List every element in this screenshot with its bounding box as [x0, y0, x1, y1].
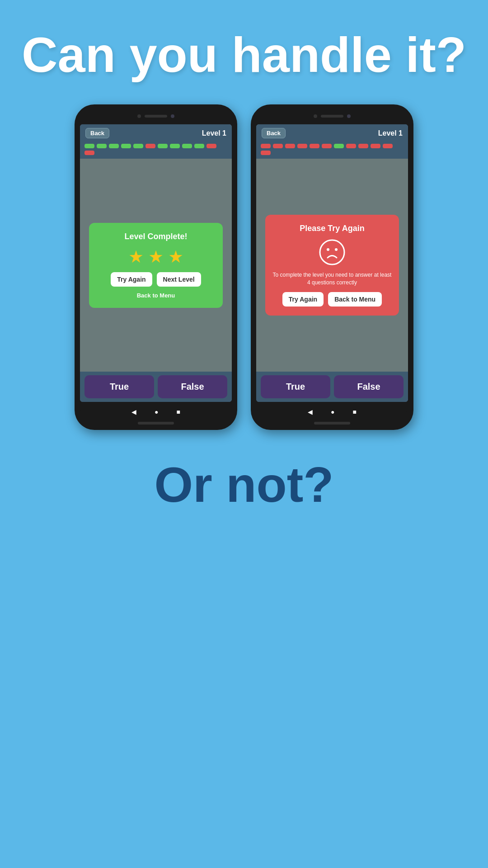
svg-point-2	[335, 248, 338, 251]
fail-buttons: Try Again Back to Menu	[282, 292, 382, 307]
dot-8	[170, 144, 180, 148]
camera-right-icon	[314, 114, 317, 118]
stars-row: ★ ★ ★	[128, 247, 183, 267]
dot-12	[84, 151, 94, 155]
success-title: Level Complete!	[124, 232, 187, 241]
speaker-right-icon	[321, 115, 343, 118]
true-button-right[interactable]: True	[261, 375, 330, 398]
rdot-8	[346, 144, 356, 148]
try-again-button-right[interactable]: Try Again	[282, 292, 324, 307]
rdot-11	[383, 144, 393, 148]
phone-left-top-bar	[80, 110, 232, 123]
fail-description: To complete the level you need to answer…	[272, 271, 392, 287]
rdot-3	[285, 144, 295, 148]
phone-left: Back Level 1 Level Comp	[75, 104, 237, 430]
success-overlay: Level Complete! ★ ★ ★ Try Again Next Lev…	[89, 223, 223, 308]
dot-5	[133, 144, 143, 148]
fail-overlay: Please Try Again To complete the level y…	[265, 215, 399, 316]
recents-nav-icon-left[interactable]: ■	[177, 408, 180, 415]
answer-buttons-left: True False	[80, 372, 232, 402]
answer-buttons-right: True False	[256, 372, 408, 402]
dot-1	[84, 144, 94, 148]
star-2-icon: ★	[148, 247, 164, 267]
back-nav-icon-right[interactable]: ◀	[308, 408, 313, 415]
dot-11	[206, 144, 216, 148]
sensor-right-icon	[347, 114, 351, 118]
speaker-left-icon	[145, 115, 167, 118]
true-button-left[interactable]: True	[84, 375, 154, 398]
dot-4	[121, 144, 131, 148]
next-level-button[interactable]: Next Level	[157, 272, 201, 287]
back-button-right[interactable]: Back	[262, 128, 286, 138]
try-again-button-left[interactable]: Try Again	[111, 272, 152, 287]
home-nav-icon-left[interactable]: ●	[155, 408, 158, 415]
phone-left-screen: Back Level 1 Level Comp	[80, 124, 232, 402]
phone-right-screen: Back Level 1 Please Try	[256, 124, 408, 402]
rdot-5	[310, 144, 319, 148]
fail-title: Please Try Again	[300, 224, 364, 233]
phone-right-nav: ◀ ● ■	[256, 404, 408, 420]
level-label-right: Level 1	[378, 129, 403, 137]
star-1-icon: ★	[128, 247, 144, 267]
phone-left-bottom-bar	[138, 422, 174, 425]
back-menu-label-left[interactable]: Back to Menu	[137, 292, 175, 299]
back-nav-icon-left[interactable]: ◀	[131, 408, 136, 415]
success-buttons: Try Again Next Level	[111, 272, 201, 287]
dot-2	[97, 144, 107, 148]
screen-right-content: Please Try Again To complete the level y…	[256, 159, 408, 372]
dot-10	[194, 144, 204, 148]
progress-row-right	[256, 142, 408, 159]
sad-face-icon	[319, 239, 346, 266]
dot-3	[109, 144, 119, 148]
phones-container: Back Level 1 Level Comp	[75, 104, 413, 430]
svg-point-0	[320, 240, 344, 264]
false-button-right[interactable]: False	[334, 375, 404, 398]
screen-right-header: Back Level 1	[256, 124, 408, 142]
false-button-left[interactable]: False	[158, 375, 227, 398]
camera-left-icon	[137, 114, 141, 118]
phone-left-nav: ◀ ● ■	[80, 404, 232, 420]
phone-right: Back Level 1 Please Try	[251, 104, 413, 430]
back-to-menu-button[interactable]: Back to Menu	[328, 292, 382, 307]
dot-7	[158, 144, 168, 148]
rdot-7	[334, 144, 344, 148]
rdot-4	[297, 144, 307, 148]
footer-title: Or not?	[154, 457, 333, 512]
star-3-icon: ★	[168, 247, 183, 267]
level-label-left: Level 1	[202, 129, 226, 137]
rdot-6	[322, 144, 332, 148]
back-button-left[interactable]: Back	[85, 128, 109, 138]
rdot-10	[371, 144, 380, 148]
svg-point-1	[327, 248, 329, 251]
rdot-1	[261, 144, 271, 148]
dot-6	[145, 144, 155, 148]
page-title: Can you handle it?	[22, 27, 466, 82]
progress-row-left	[80, 142, 232, 159]
phone-right-bottom-bar	[314, 422, 350, 425]
rdot-2	[273, 144, 283, 148]
screen-left-content: Level Complete! ★ ★ ★ Try Again Next Lev…	[80, 159, 232, 372]
dot-9	[182, 144, 192, 148]
sensor-left-icon	[171, 114, 174, 118]
recents-nav-icon-right[interactable]: ■	[353, 408, 357, 415]
rdot-12	[261, 151, 271, 155]
rdot-9	[358, 144, 368, 148]
phone-right-top-bar	[256, 110, 408, 123]
home-nav-icon-right[interactable]: ●	[331, 408, 334, 415]
screen-left-header: Back Level 1	[80, 124, 232, 142]
